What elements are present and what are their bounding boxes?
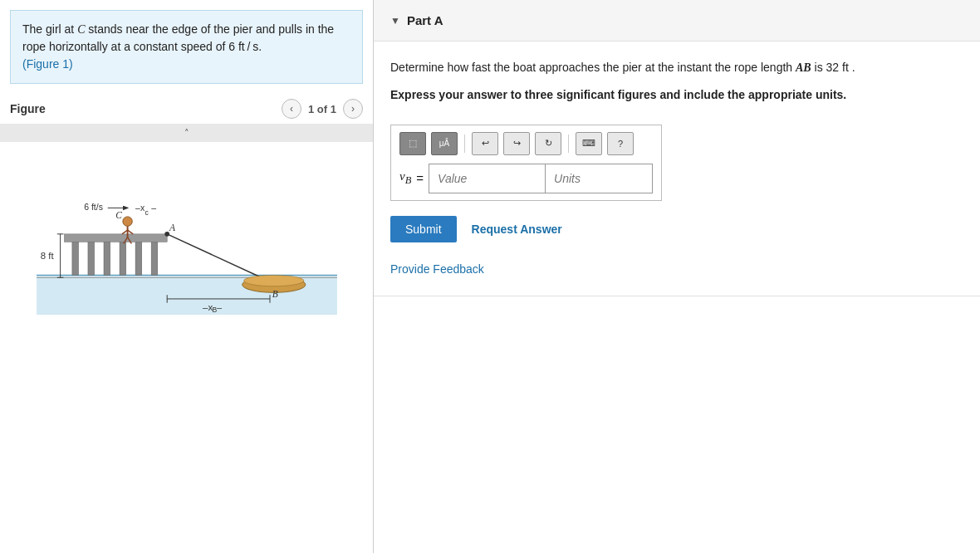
equals-sign: =	[416, 171, 424, 185]
answer-variable: v	[399, 169, 405, 183]
svg-rect-2	[71, 240, 78, 276]
figure-header: Figure ‹ 1 of 1 ›	[0, 94, 373, 124]
refresh-button[interactable]: ↻	[535, 132, 561, 155]
part-content: Determine how fast the boat approaches t…	[374, 42, 980, 296]
svg-line-28	[167, 234, 270, 281]
svg-point-16	[122, 217, 131, 226]
svg-text:A: A	[169, 223, 175, 232]
figure-canvas: 8 ft A C 6 ft/s	[0, 124, 373, 331]
problem-text: The girl at C stands near the edge of th…	[22, 22, 334, 53]
question-text-2: Express your answer to three significant…	[390, 86, 963, 104]
answer-label: vB	[399, 169, 411, 187]
svg-text:C: C	[115, 210, 122, 220]
help-button[interactable]: ?	[607, 132, 634, 155]
undo-icon: ↩	[482, 138, 489, 149]
next-figure-button[interactable]: ›	[343, 99, 363, 119]
left-panel: The girl at C stands near the edge of th…	[0, 0, 374, 553]
submit-row: Submit Request Answer	[390, 216, 963, 242]
svg-rect-4	[104, 240, 110, 276]
undo-button[interactable]: ↩	[472, 132, 498, 155]
request-answer-link[interactable]: Request Answer	[472, 223, 562, 236]
svg-rect-5	[120, 240, 126, 276]
format-button-2[interactable]: μÂ	[431, 132, 458, 155]
problem-text-box: The girl at C stands near the edge of th…	[10, 10, 363, 84]
figure-nav: ‹ 1 of 1 ›	[282, 99, 363, 119]
provide-feedback-link[interactable]: Provide Feedback	[390, 262, 963, 276]
scroll-up-button[interactable]: ˄	[0, 124, 373, 142]
format-icon-2: μÂ	[439, 139, 449, 148]
svg-rect-8	[64, 234, 167, 242]
keyboard-button[interactable]: ⌨	[576, 132, 602, 155]
format-icon-1: ⬚	[409, 138, 417, 149]
part-header: ▼ Part A	[374, 0, 980, 42]
help-icon: ?	[618, 139, 623, 149]
right-panel: ▼ Part A Determine how fast the boat app…	[374, 0, 980, 553]
svg-text:–x: –x	[135, 203, 145, 213]
chevron-down-icon: ▼	[390, 15, 400, 27]
part-section: ▼ Part A Determine how fast the boat app…	[374, 0, 980, 296]
units-input[interactable]	[545, 164, 653, 193]
svg-rect-3	[87, 240, 94, 276]
figure-scroll-area[interactable]: ˄	[0, 124, 373, 553]
svg-text:6 ft/s: 6 ft/s	[84, 203, 103, 212]
prev-figure-button[interactable]: ‹	[282, 99, 301, 119]
refresh-icon: ↻	[545, 138, 552, 149]
figure-illustration: 8 ft A C 6 ft/s	[29, 149, 345, 315]
svg-rect-6	[135, 240, 142, 276]
answer-input-row: vB =	[399, 164, 653, 193]
redo-button[interactable]: ↪	[503, 132, 530, 155]
svg-text:B: B	[272, 289, 277, 299]
value-input[interactable]	[429, 164, 545, 193]
svg-line-19	[127, 230, 133, 234]
answer-box: ⬚ μÂ ↩ ↪ ↻	[390, 125, 662, 201]
svg-line-18	[121, 230, 127, 234]
part-title: Part A	[407, 13, 443, 27]
format-button-1[interactable]: ⬚	[399, 132, 426, 155]
question-text-1: Determine how fast the boat approaches t…	[390, 58, 963, 77]
svg-point-30	[243, 275, 303, 286]
variable-C: C	[77, 23, 85, 36]
answer-subscript: B	[405, 174, 412, 186]
figure-area: Figure ‹ 1 of 1 › ˄	[0, 94, 373, 553]
svg-text:–: –	[151, 203, 156, 213]
variable-AB: AB	[796, 61, 811, 74]
svg-rect-7	[151, 240, 158, 276]
figure-label: Figure	[10, 102, 46, 115]
keyboard-icon: ⌨	[582, 138, 595, 149]
toolbar-separator-2	[568, 135, 569, 153]
svg-text:8 ft: 8 ft	[40, 251, 54, 261]
answer-toolbar: ⬚ μÂ ↩ ↪ ↻	[399, 132, 653, 155]
figure-link[interactable]: (Figure 1)	[22, 57, 73, 71]
figure-page: 1 of 1	[308, 103, 336, 115]
question-bold-text: Express your answer to three significant…	[390, 88, 846, 101]
submit-button[interactable]: Submit	[390, 216, 457, 242]
redo-icon: ↪	[513, 138, 521, 149]
toolbar-separator-1	[464, 135, 465, 153]
svg-text:c: c	[145, 208, 149, 217]
svg-text:–: –	[217, 303, 222, 312]
